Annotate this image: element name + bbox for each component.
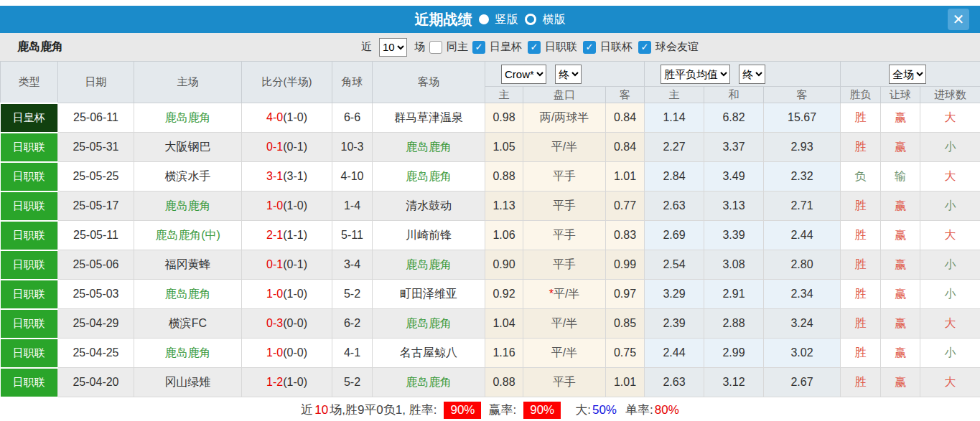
- result-goals: 小: [920, 250, 980, 280]
- away-team: 鹿岛鹿角: [373, 309, 485, 339]
- handicap-away-odds: 0.85: [606, 309, 645, 339]
- avg-draw: 6.82: [704, 103, 764, 133]
- home-team: 鹿岛鹿角: [134, 191, 242, 221]
- avg-draw: 2.88: [704, 309, 764, 339]
- avg-draw: 3.08: [704, 250, 764, 280]
- bookmaker-select[interactable]: Crow*: [501, 65, 546, 84]
- match-type: 日皇杯: [1, 103, 58, 133]
- match-type: 日职联: [1, 133, 58, 162]
- table-row: 日职联 25-04-29 横滨FC 0-3(0-0) 6-2 鹿岛鹿角 1.04…: [1, 309, 980, 339]
- avg-draw: 2.91: [704, 280, 764, 309]
- handicap-line: 两/两球半: [540, 111, 589, 123]
- footer-near-label: 近: [301, 402, 313, 418]
- handicap-group-header: Crow* 终: [485, 62, 645, 87]
- result-handicap: 赢: [881, 103, 920, 133]
- match-count-select[interactable]: 10: [379, 38, 407, 57]
- sub-header-handicap-home: 主: [485, 87, 523, 103]
- match-date: 25-04-25: [58, 339, 134, 368]
- match-type: 日职联: [1, 250, 58, 280]
- away-team: 川崎前锋: [373, 221, 485, 250]
- corner-score: 10-3: [332, 133, 373, 162]
- avg-home: 2.69: [645, 221, 704, 250]
- average-type-select[interactable]: 胜平负均值: [661, 65, 730, 84]
- result-goals: 大: [920, 162, 980, 191]
- score-halftime: (3-1): [283, 170, 307, 182]
- match-date: 25-05-06: [58, 250, 134, 280]
- corner-score: 5-2: [332, 368, 373, 397]
- match-score: 0-1(0-1): [242, 133, 332, 162]
- corner-score: 5-11: [332, 221, 373, 250]
- result-group-header: 全场: [841, 62, 980, 87]
- handicap-line-cell: 平/半: [523, 339, 606, 368]
- handicap-away-odds: 0.83: [606, 221, 645, 250]
- away-team: 鹿岛鹿角: [373, 250, 485, 280]
- away-team: 鹿岛鹿角: [373, 133, 485, 162]
- average-time-select[interactable]: 终: [739, 65, 765, 84]
- handicap-away-odds: 1.01: [606, 162, 645, 191]
- close-icon: ✕: [953, 11, 965, 28]
- avg-home: 1.14: [645, 103, 704, 133]
- match-date: 25-05-25: [58, 162, 134, 191]
- result-goals: 大: [920, 221, 980, 250]
- table-row: 日皇杯 25-06-11 鹿岛鹿角 4-0(1-0) 6-6 群马草津温泉 0.…: [1, 103, 980, 133]
- score-fulltime: 1-0: [266, 346, 283, 359]
- match-date: 25-06-11: [58, 103, 134, 133]
- radio-horizontal-label[interactable]: 横版: [543, 12, 566, 27]
- away-team: 清水鼓动: [373, 191, 485, 221]
- match-type: 日职联: [1, 221, 58, 250]
- handicap-time-select[interactable]: 终: [555, 65, 582, 84]
- handicap-line: 平手: [553, 199, 576, 212]
- avg-draw: 2.99: [704, 339, 764, 368]
- away-team: 名古屋鲸八: [373, 339, 485, 368]
- score-halftime: (1-1): [283, 229, 307, 241]
- avg-home: 2.27: [645, 133, 704, 162]
- handicap-away-odds: 1.01: [606, 368, 645, 397]
- league-checkbox-friendly[interactable]: ✓: [638, 41, 651, 54]
- col-header-home: 主场: [134, 62, 242, 103]
- handicap-home-odds: 0.88: [485, 368, 523, 397]
- radio-vertical-layout[interactable]: [479, 14, 489, 24]
- league-checkbox-j1[interactable]: ✓: [528, 41, 541, 54]
- corner-score: 4-10: [332, 162, 373, 191]
- result-wdl: 胜: [841, 280, 881, 309]
- average-group-header: 胜平负均值 终: [645, 62, 841, 87]
- handicap-line-cell: *平/半: [523, 280, 606, 309]
- table-row: 日职联 25-04-20 冈山绿雉 1-2(1-0) 5-2 鹿岛鹿角 0.88…: [1, 368, 980, 397]
- avg-home: 2.54: [645, 250, 704, 280]
- handicap-line-cell: 平/半: [523, 309, 606, 339]
- match-score: 0-1(0-1): [242, 250, 332, 280]
- title-bar: 近期战绩 竖版 横版 ✕: [0, 6, 980, 33]
- avg-home: 2.63: [645, 368, 704, 397]
- league-checkbox-jleaguecup[interactable]: ✓: [583, 41, 596, 54]
- table-row: 日职联 25-05-06 福冈黄蜂 0-1(0-1) 3-4 鹿岛鹿角 0.90…: [1, 250, 980, 280]
- close-button[interactable]: ✕: [948, 9, 969, 30]
- handicap-home-odds: 1.06: [485, 221, 523, 250]
- match-score: 1-0(0-0): [242, 339, 332, 368]
- page-title: 近期战绩: [415, 10, 472, 29]
- result-handicap: 赢: [881, 221, 920, 250]
- avg-away: 15.67: [764, 103, 841, 133]
- league-label-jleaguecup: 日联杯: [600, 40, 633, 54]
- league-checkbox-cup[interactable]: ✓: [472, 41, 485, 54]
- avg-home: 2.84: [645, 162, 704, 191]
- col-header-score: 比分(半场): [242, 62, 332, 103]
- scope-select[interactable]: 全场: [889, 65, 926, 84]
- summary-footer: 近 10 场,胜9平0负1, 胜率: 90% 赢率: 90% 大: 50% 单率…: [0, 398, 980, 421]
- handicap-line-cell: 平手: [523, 162, 606, 191]
- match-type: 日职联: [1, 339, 58, 368]
- handicap-rate-badge: 90%: [523, 402, 561, 419]
- radio-vertical-label[interactable]: 竖版: [495, 12, 518, 27]
- filter-controls: 近 10 场 同主 ✓ 日皇杯 ✓ 日职联 ✓ 日联杯 ✓ 球会友谊: [361, 38, 700, 57]
- result-wdl: 胜: [841, 368, 881, 397]
- match-score: 1-0(1-0): [242, 191, 332, 221]
- avg-away: 2.44: [764, 221, 841, 250]
- home-team: 福冈黄蜂: [134, 250, 242, 280]
- footer-summary-text: 场,胜9平0负1, 胜率:: [330, 402, 437, 418]
- same-home-checkbox[interactable]: [429, 41, 442, 54]
- handicap-away-odds: 0.97: [606, 280, 645, 309]
- result-wdl: 胜: [841, 309, 881, 339]
- radio-horizontal-layout[interactable]: [525, 14, 536, 25]
- handicap-home-odds: 1.04: [485, 309, 523, 339]
- avg-home: 3.29: [645, 280, 704, 309]
- home-team: 大阪钢巴: [134, 133, 242, 162]
